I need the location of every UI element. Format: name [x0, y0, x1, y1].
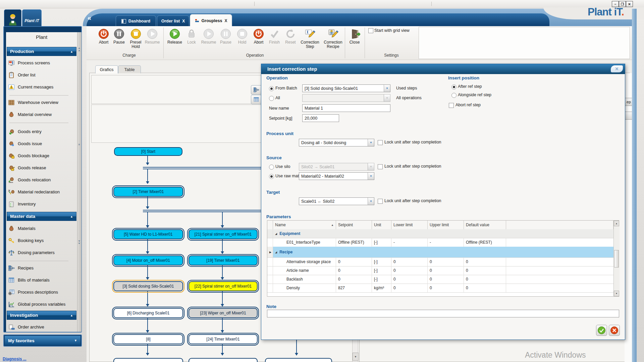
flow-node-23[interactable]: [23] Wiper on_off Mixer01 [189, 308, 258, 318]
process-unit-select[interactable]: Dosing all - Solid dosing▼ [299, 139, 374, 146]
scroll-down-button[interactable]: ▼ [353, 353, 359, 361]
setpoint-input[interactable] [302, 114, 339, 122]
abort-charge-button[interactable]: Abort [96, 28, 111, 45]
sidebar-item-recipes[interactable]: Recipes [8, 263, 75, 273]
tab-dashboard[interactable]: Dashboard [116, 15, 156, 26]
flow-node-8[interactable]: [8] [113, 334, 183, 344]
table-row[interactable]: Article name 0 [-] 0 0 0 [267, 266, 613, 275]
column-default-value[interactable]: Default value [464, 221, 506, 229]
group-row-recipe-selected[interactable]: ▶ ◢Recipe [267, 247, 613, 258]
parts-list-button[interactable] [251, 95, 262, 104]
correction-recipe-button[interactable]: CorrectionRecipe [323, 28, 343, 49]
sidebar-item-process-screens[interactable]: Process screens [8, 58, 75, 67]
alongside-ref-step-radio[interactable] [451, 93, 457, 98]
my-favorites-header[interactable]: My favorites▼ [5, 336, 80, 345]
flow-node-21[interactable]: [21] Spiral stirrer on_off Mixer01 [189, 229, 258, 239]
cancel-button[interactable] [609, 325, 620, 336]
chevron-down-icon[interactable]: ▼ [368, 198, 374, 205]
flow-node-6[interactable]: [6] Discharging Scale01 [113, 308, 183, 318]
close-tab-icon[interactable]: X [182, 19, 185, 23]
scroll-up-button[interactable]: ▲ [614, 221, 619, 226]
collapse-sidebar-chevron-icon[interactable]: « [88, 14, 91, 22]
scroll-thumb[interactable] [614, 250, 619, 267]
sidebar-item-inventory[interactable]: Inventory [8, 199, 75, 208]
flow-node-4[interactable]: [4] Motor on_off Mixer01 [113, 255, 183, 265]
sidebar-item-bills-of-materials[interactable]: Bills of materials [8, 276, 75, 285]
all-radio[interactable] [269, 96, 274, 101]
column-lower-limit[interactable]: Lower limit [391, 221, 428, 229]
close-order-button[interactable]: Close [347, 28, 362, 45]
group-row-equipment[interactable]: ◢Equipment [267, 229, 613, 238]
scroll-down-chevron-icon[interactable]: ^^ [77, 239, 81, 244]
section-investigation[interactable]: Investigation▲ [7, 311, 76, 320]
close-tab-icon[interactable]: X [224, 18, 227, 23]
tab-order-list[interactable]: Order list X [157, 15, 189, 26]
diagnosis-link[interactable]: Diagnosis ... [3, 357, 26, 361]
abort-ref-step-checkbox[interactable] [449, 103, 454, 108]
chevron-down-icon[interactable]: ▼ [384, 85, 390, 92]
after-ref-step-radio[interactable] [451, 84, 457, 89]
presel-hold-button[interactable]: PreselHold [128, 28, 144, 49]
tab-table[interactable]: Table [118, 65, 141, 73]
scroll-grip-icon[interactable]: ≡ [77, 143, 81, 146]
target-select[interactable]: Scale01 ← Silo02▼ [299, 197, 374, 205]
sidebar-item-booking-keys[interactable]: Booking keys [8, 236, 75, 245]
flow-node-start[interactable]: [0] Start [114, 147, 182, 156]
flow-node-2[interactable]: [2] Timer Mixer01 [113, 187, 183, 197]
sidebar-item-goods-release[interactable]: Goods release [8, 163, 75, 172]
table-row[interactable]: Alternative storage place 0 [-] 0 0 0 [267, 257, 613, 266]
use-raw-material-select[interactable]: Material02 - Material02▼ [299, 172, 374, 180]
sidebar-item-goods-relocation[interactable]: Goods relocation [8, 175, 75, 184]
lock-unit-checkbox[interactable] [378, 199, 383, 204]
start-with-grid-view-checkbox[interactable] [368, 28, 373, 33]
from-batch-select[interactable]: [3] Solid dosing Silo-Scale01▼ [302, 84, 390, 92]
sidebar-item-current-messages[interactable]: Current messages [8, 82, 75, 92]
chevron-down-icon[interactable]: ▼ [368, 173, 374, 180]
table-row[interactable]: E01_InterfaceType Offline (REST) [-] - -… [267, 238, 613, 247]
sidebar-item-material-redeclaration[interactable]: XYMaterial redeclaration [8, 187, 75, 196]
column-upper-limit[interactable]: Upper limit [428, 221, 464, 229]
sidebar-item-global-process-variables[interactable]: x=Global process variables [8, 300, 75, 309]
flow-node-5[interactable]: [5] Water HD to L1-Mixer01 [113, 229, 183, 239]
table-row[interactable]: Density 827 kg/m³ 0 0 0 [267, 284, 613, 293]
scroll-down-button[interactable]: ▼ [614, 291, 619, 296]
column-setpoint[interactable]: Setpoint [336, 221, 372, 229]
section-production[interactable]: Production▲ [7, 47, 76, 56]
note-input[interactable] [267, 310, 619, 317]
dialog-close-button[interactable]: ✕ [611, 65, 623, 72]
column-unit[interactable]: Unit [372, 221, 391, 229]
sidebar-item-process-descriptions[interactable]: Process descriptions [8, 288, 75, 297]
use-silo-radio[interactable] [269, 165, 274, 170]
sidebar-item-warehouse-overview[interactable]: Warehouse overview [8, 98, 75, 107]
sidebar-item-materials[interactable]: Materials [8, 224, 75, 233]
tab-grafics[interactable]: Grafics [95, 65, 118, 73]
use-raw-material-radio[interactable] [269, 174, 274, 179]
sidebar-item-goods-issue[interactable]: Goods issue [8, 139, 75, 148]
sidebar-scroll-strip[interactable] [77, 32, 82, 332]
pause-charge-button[interactable]: Pause [111, 28, 127, 45]
chevron-down-icon[interactable]: ▼ [368, 139, 374, 146]
tab-groupless[interactable]: Groupless X [190, 14, 232, 27]
ok-button[interactable] [596, 325, 607, 336]
lock-unit-checkbox[interactable] [378, 140, 383, 145]
sidebar-item-material-overview[interactable]: Material overview [8, 110, 75, 119]
sidebar-item-goods-entry[interactable]: Goods entry [8, 127, 75, 136]
sidebar-item-order-archive[interactable]: Order archive [8, 322, 75, 331]
abort-operation-button[interactable]: Abort [251, 28, 266, 45]
lock-unit-checkbox[interactable] [378, 164, 383, 169]
scroll-up-chevron-icon[interactable]: ^^ [77, 48, 81, 52]
recipe-structure-button[interactable] [251, 85, 262, 95]
table-scrollbar[interactable]: ▲ ▼ [613, 221, 620, 296]
section-master-data[interactable]: Master data▲ [7, 212, 76, 221]
release-button[interactable]: Release [166, 28, 183, 45]
flow-node-19[interactable]: [19] Timer Mixer01 [189, 255, 258, 265]
sidebar-item-goods-blockage[interactable]: Goods blockage [8, 151, 75, 160]
sidebar-item-dosing-parameters[interactable]: Dosing parameters [8, 248, 75, 257]
from-batch-radio[interactable] [269, 86, 274, 91]
column-name[interactable]: Name▲ [273, 221, 336, 229]
flow-node-22[interactable]: [22] Spiral stirrer on_off Mixer01 [189, 281, 258, 291]
correction-step-button[interactable]: CorrectionStep [300, 28, 320, 49]
flow-node-24[interactable]: [24] Timer Mixer01 [189, 334, 258, 344]
table-row[interactable]: Backlash 0 [-] 0 0 0 [267, 275, 613, 284]
flow-node-3-active[interactable]: [3] Solid dosing Silo-Scale01 [113, 281, 183, 291]
